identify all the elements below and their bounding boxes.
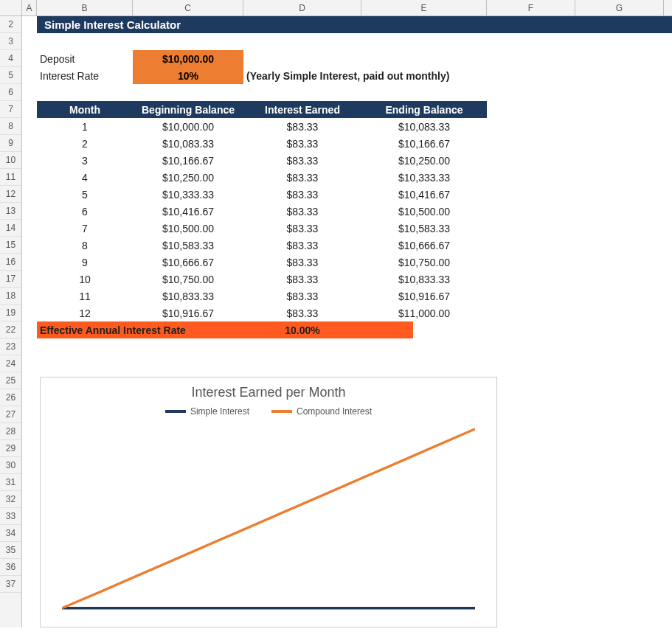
row-header[interactable]: 35 bbox=[0, 542, 21, 559]
cell[interactable] bbox=[361, 321, 413, 338]
cell-begin[interactable]: $10,166.67 bbox=[133, 152, 243, 169]
row-header[interactable]: 4 bbox=[0, 50, 21, 67]
cell-begin[interactable]: $10,000.00 bbox=[133, 118, 243, 135]
row-header[interactable]: 34 bbox=[0, 525, 21, 542]
cell-begin[interactable]: $10,333.33 bbox=[133, 186, 243, 203]
row-header[interactable]: 13 bbox=[0, 203, 21, 220]
row-header[interactable]: 5 bbox=[0, 67, 21, 84]
cell[interactable] bbox=[22, 84, 37, 101]
cell-interest[interactable]: $83.33 bbox=[243, 152, 361, 169]
cell-month[interactable]: 7 bbox=[37, 220, 133, 237]
cell-end[interactable]: $10,916.67 bbox=[361, 288, 487, 305]
row-header[interactable]: 8 bbox=[0, 118, 21, 135]
cell-begin[interactable]: $10,416.67 bbox=[133, 203, 243, 220]
th-begin[interactable]: Beginning Balance bbox=[133, 101, 243, 118]
cell-month[interactable]: 3 bbox=[37, 152, 133, 169]
cell-month[interactable]: 6 bbox=[37, 203, 133, 220]
table-row[interactable]: 12$10,916.67$83.33$11,000.00 bbox=[22, 305, 672, 321]
cell-end[interactable]: $10,333.33 bbox=[361, 169, 487, 186]
col-header-A[interactable]: A bbox=[22, 0, 37, 15]
effective-rate-value[interactable]: 10.00% bbox=[243, 321, 361, 338]
row-header[interactable]: 11 bbox=[0, 169, 21, 186]
chart[interactable]: Interest Earned per Month Simple Interes… bbox=[40, 377, 497, 627]
cell-interest[interactable]: $83.33 bbox=[243, 203, 361, 220]
row-header[interactable]: 7 bbox=[0, 101, 21, 118]
cell-end[interactable]: $10,083.33 bbox=[361, 118, 487, 135]
row-header[interactable]: 25 bbox=[0, 372, 21, 389]
cell-interest[interactable]: $83.33 bbox=[243, 186, 361, 203]
cell-month[interactable]: 12 bbox=[37, 305, 133, 321]
cell-month[interactable]: 11 bbox=[37, 288, 133, 305]
row-header[interactable]: 2 bbox=[0, 16, 21, 33]
row-header[interactable]: 18 bbox=[0, 288, 21, 305]
cell-month[interactable]: 2 bbox=[37, 135, 133, 152]
cell-end[interactable]: $10,250.00 bbox=[361, 152, 487, 169]
cell-month[interactable]: 5 bbox=[37, 186, 133, 203]
th-month[interactable]: Month bbox=[37, 101, 133, 118]
table-row[interactable]: 8$10,583.33$83.33$10,666.67 bbox=[22, 237, 672, 254]
row-header[interactable]: 6 bbox=[0, 84, 21, 101]
row-header[interactable]: 3 bbox=[0, 33, 21, 50]
cell-end[interactable]: $10,583.33 bbox=[361, 220, 487, 237]
cell[interactable] bbox=[22, 16, 37, 33]
col-header-G[interactable]: G bbox=[575, 0, 664, 15]
cell[interactable] bbox=[22, 254, 37, 271]
table-row[interactable]: 6$10,416.67$83.33$10,500.00 bbox=[22, 203, 672, 220]
cell[interactable] bbox=[22, 372, 37, 627]
row-header[interactable]: 28 bbox=[0, 423, 21, 440]
cell-month[interactable]: 1 bbox=[37, 118, 133, 135]
cell-interest[interactable]: $83.33 bbox=[243, 288, 361, 305]
cell[interactable] bbox=[22, 169, 37, 186]
row-header[interactable]: 24 bbox=[0, 355, 21, 372]
row-header[interactable]: 32 bbox=[0, 491, 21, 508]
row-header[interactable]: 12 bbox=[0, 186, 21, 203]
cell-begin[interactable]: $10,833.33 bbox=[133, 288, 243, 305]
cell[interactable] bbox=[22, 152, 37, 169]
cell-begin[interactable]: $10,583.33 bbox=[133, 237, 243, 254]
row-header[interactable]: 19 bbox=[0, 305, 21, 321]
col-header-B[interactable]: B bbox=[37, 0, 133, 15]
cell[interactable] bbox=[22, 118, 37, 135]
row-header[interactable]: 30 bbox=[0, 457, 21, 474]
cell-interest[interactable]: $83.33 bbox=[243, 305, 361, 321]
table-row[interactable]: 5$10,333.33$83.33$10,416.67 bbox=[22, 186, 672, 203]
deposit-value[interactable]: $10,000.00 bbox=[133, 50, 243, 67]
cell[interactable] bbox=[22, 237, 37, 254]
row-header[interactable]: 33 bbox=[0, 508, 21, 525]
th-interest[interactable]: Interest Earned bbox=[243, 101, 361, 118]
row-header[interactable]: 16 bbox=[0, 254, 21, 271]
th-end[interactable]: Ending Balance bbox=[361, 101, 487, 118]
cell-begin[interactable]: $10,666.67 bbox=[133, 254, 243, 271]
cell-interest[interactable]: $83.33 bbox=[243, 254, 361, 271]
row-header[interactable]: 10 bbox=[0, 152, 21, 169]
cell[interactable] bbox=[22, 220, 37, 237]
cells-area[interactable]: Simple Interest Calculator Deposit $10,0… bbox=[22, 16, 672, 627]
table-row[interactable]: 3$10,166.67$83.33$10,250.00 bbox=[22, 152, 672, 169]
rate-note[interactable]: (Yearly Simple Interest, paid out monthl… bbox=[243, 67, 672, 84]
row-header[interactable]: 36 bbox=[0, 559, 21, 576]
col-header-E[interactable]: E bbox=[361, 0, 487, 15]
cell[interactable] bbox=[22, 288, 37, 305]
cell-begin[interactable]: $10,916.67 bbox=[133, 305, 243, 321]
row-header[interactable]: 29 bbox=[0, 440, 21, 457]
table-row[interactable]: 4$10,250.00$83.33$10,333.33 bbox=[22, 169, 672, 186]
cell[interactable] bbox=[22, 355, 37, 372]
cell-begin[interactable]: $10,500.00 bbox=[133, 220, 243, 237]
table-row[interactable]: 1$10,000.00$83.33$10,083.33 bbox=[22, 118, 672, 135]
cell-begin[interactable]: $10,250.00 bbox=[133, 169, 243, 186]
cell[interactable] bbox=[22, 203, 37, 220]
cell[interactable] bbox=[22, 135, 37, 152]
table-row[interactable]: 11$10,833.33$83.33$10,916.67 bbox=[22, 288, 672, 305]
cell[interactable] bbox=[22, 338, 37, 355]
cell-end[interactable]: $10,666.67 bbox=[361, 237, 487, 254]
table-row[interactable]: 10$10,750.00$83.33$10,833.33 bbox=[22, 271, 672, 288]
deposit-label[interactable]: Deposit bbox=[37, 50, 133, 67]
cell-end[interactable]: $10,833.33 bbox=[361, 271, 487, 288]
row-header[interactable]: 17 bbox=[0, 271, 21, 288]
table-row[interactable]: 2$10,083.33$83.33$10,166.67 bbox=[22, 135, 672, 152]
cell[interactable] bbox=[22, 101, 37, 118]
cell-interest[interactable]: $83.33 bbox=[243, 237, 361, 254]
cell-end[interactable]: $11,000.00 bbox=[361, 305, 487, 321]
cell-end[interactable]: $10,166.67 bbox=[361, 135, 487, 152]
cell[interactable] bbox=[22, 186, 37, 203]
